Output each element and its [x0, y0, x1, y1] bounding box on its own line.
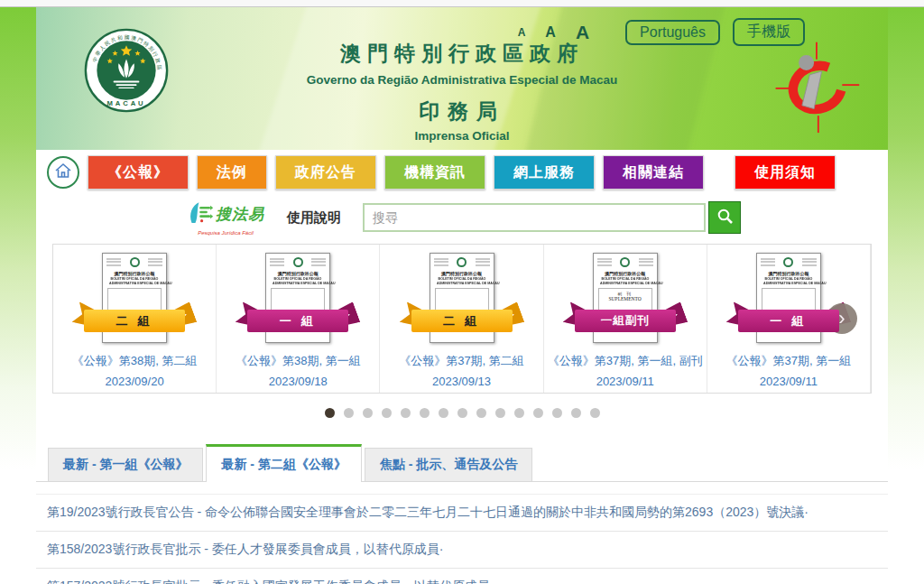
- gazette-card[interactable]: 澳門特別行政區公報 BOLETIM OFICIAL DA REGIÃO ADMI…: [53, 245, 217, 393]
- gazette-ribbon: 二 組: [403, 310, 521, 332]
- header-banner: 中華人民共和國澳門特別行政區 MACAU: [36, 7, 888, 150]
- usage-instructions-link[interactable]: 使用說明: [287, 209, 341, 227]
- bulletin-tabs: 最新 - 第一組《公報》 最新 - 第二組《公報》 焦點 - 批示、通告及公告: [36, 443, 888, 482]
- carousel-dot[interactable]: [363, 408, 373, 418]
- page-container: 中華人民共和國澳門特別行政區 MACAU: [36, 7, 888, 584]
- nav-item-terms-of-use[interactable]: 使用須知: [735, 155, 836, 190]
- gov-title-zh: 澳門特別行政區政府: [36, 40, 888, 68]
- carousel-dot[interactable]: [514, 408, 524, 418]
- cover-emblem-icon: [130, 257, 140, 267]
- gazette-title-link[interactable]: 《公報》第38期, 第一組: [236, 353, 361, 369]
- carousel-dot[interactable]: [401, 408, 411, 418]
- search-bar-row: 搜法易 Pesquisa Jurídica Fácil 使用說明: [36, 195, 888, 240]
- site-title-block: 澳門特別行政區政府 Governo da Região Administrati…: [36, 40, 888, 143]
- nav-item-org-info[interactable]: 機構資訊: [384, 155, 485, 190]
- gazette-ribbon: 一組副刊: [567, 310, 684, 332]
- chevron-right-icon: ›: [838, 307, 845, 329]
- imprensa-oficial-logo: [769, 36, 863, 141]
- tab-focus-notices[interactable]: 焦點 - 批示、通告及公告: [365, 448, 532, 481]
- nav-item-gov-notices[interactable]: 政府公告: [275, 155, 376, 190]
- carousel-dot[interactable]: [344, 408, 354, 418]
- gazette-date: 2023/09/11: [596, 375, 654, 388]
- carousel-dot[interactable]: [325, 408, 335, 418]
- font-size-medium-button[interactable]: A: [545, 24, 556, 41]
- bureau-title-zh: 印務局: [36, 97, 888, 125]
- home-button[interactable]: [47, 156, 79, 189]
- gazette-carousel: 澳門特別行政區公報 BOLETIM OFICIAL DA REGIÃO ADMI…: [52, 244, 872, 394]
- gazette-title-link[interactable]: 《公報》第37期, 第二組: [399, 353, 524, 369]
- gazette-card[interactable]: 澳門特別行政區公報 BOLETIM OFICIAL DA REGIÃO ADMI…: [380, 245, 543, 393]
- soufayi-logo-subtitle: Pesquisa Jurídica Fácil: [179, 230, 273, 236]
- carousel-dot[interactable]: [457, 408, 467, 418]
- carousel-dot[interactable]: [590, 408, 600, 418]
- soufayi-logo-title: 搜法易: [216, 204, 264, 225]
- home-icon: [53, 161, 73, 184]
- search-button[interactable]: [708, 201, 741, 234]
- font-size-small-button[interactable]: A: [518, 26, 526, 39]
- gazette-card[interactable]: 澳門特別行政區公報 BOLETIM OFICIAL DA REGIÃO ADMI…: [217, 245, 380, 393]
- cover-emblem-icon: [620, 257, 630, 267]
- nav-item-legislation[interactable]: 法例: [197, 155, 267, 190]
- carousel-dot[interactable]: [382, 408, 392, 418]
- nav-item-online-services[interactable]: 網上服務: [494, 155, 595, 190]
- soufayi-logo-icon: [187, 200, 214, 229]
- gazette-card[interactable]: 澳門特別行政區公報 BOLETIM OFICIAL DA REGIÃO ADMI…: [544, 245, 707, 393]
- gov-title-pt: Governo da Região Administrativa Especia…: [36, 73, 888, 87]
- announcement-link[interactable]: 第158/2023號行政長官批示 - 委任人才發展委員會成員，以替代原成員·: [36, 532, 888, 569]
- carousel-dot[interactable]: [495, 408, 505, 418]
- nav-item-bulletin[interactable]: 《公報》: [88, 155, 189, 190]
- gazette-title-link[interactable]: 《公報》第38期, 第二組: [72, 353, 198, 369]
- carousel-dot[interactable]: [571, 408, 581, 418]
- cover-emblem-icon: [293, 257, 303, 267]
- gazette-title-link[interactable]: 《公報》第37期, 第一組, 副刊: [548, 353, 703, 369]
- search-input[interactable]: [363, 203, 706, 232]
- carousel-dot[interactable]: [420, 408, 430, 418]
- gazette-ribbon: 二 組: [76, 310, 193, 332]
- cover-emblem-icon: [783, 257, 793, 267]
- announcement-list: 第19/2023號行政長官公告 - 命令公佈聯合國安全理事會於二零二三年七月二十…: [36, 494, 888, 584]
- main-navigation: 《公報》 法例 政府公告 機構資訊 網上服務 相關連結 使用須知: [36, 150, 888, 195]
- carousel-dots: [36, 405, 888, 422]
- nav-item-related-links[interactable]: 相關連結: [603, 155, 704, 190]
- search-icon: [716, 208, 734, 227]
- gazette-ribbon: 一 組: [730, 310, 847, 332]
- gazette-date: 2023/09/20: [106, 375, 164, 388]
- announcement-link[interactable]: 第19/2023號行政長官公告 - 命令公佈聯合國安全理事會於二零二三年七月二十…: [36, 494, 888, 532]
- gazette-date: 2023/09/11: [760, 375, 818, 388]
- gazette-date: 2023/09/13: [432, 375, 491, 388]
- gazette-ribbon: 一 組: [239, 310, 356, 332]
- tab-latest-series-1[interactable]: 最新 - 第一組《公報》: [48, 448, 203, 481]
- tab-latest-series-2[interactable]: 最新 - 第二組《公報》: [206, 444, 361, 482]
- cover-emblem-icon: [457, 257, 467, 267]
- carousel-dot[interactable]: [533, 408, 543, 418]
- bureau-title-pt: Imprensa Oficial: [36, 129, 888, 143]
- carousel-dot[interactable]: [476, 408, 486, 418]
- gazette-title-link[interactable]: 《公報》第37期, 第一組: [726, 353, 852, 369]
- carousel-dot[interactable]: [439, 408, 448, 418]
- soufayi-legal-search-logo[interactable]: 搜法易 Pesquisa Jurídica Fácil: [179, 200, 273, 236]
- gazette-date: 2023/09/18: [269, 375, 328, 388]
- announcement-link[interactable]: 第157/2023號行政長官批示 - 委任融入國家發展工作委員會成員，以替代原成…: [36, 569, 888, 584]
- top-strip: [0, 0, 924, 7]
- carousel-dot[interactable]: [552, 408, 562, 418]
